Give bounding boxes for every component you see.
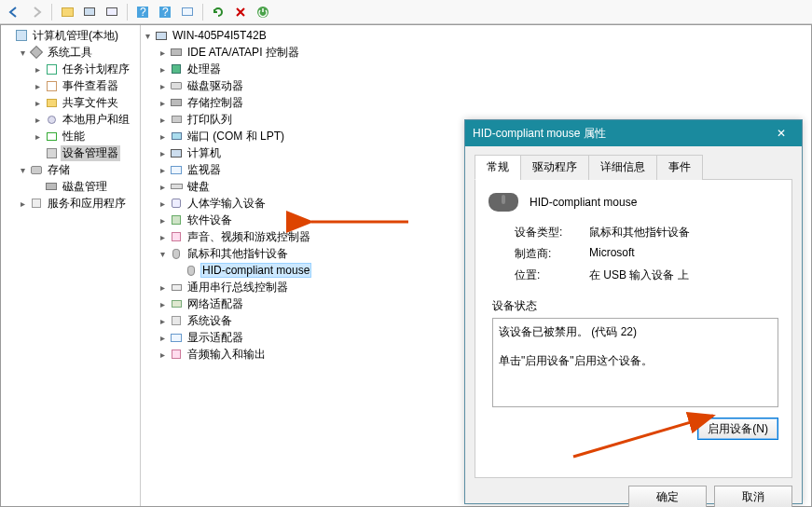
chevron-icon[interactable]: ▸: [158, 215, 167, 226]
tree-systools[interactable]: ▾系统工具: [18, 44, 138, 61]
chevron-icon[interactable]: ▾: [158, 249, 167, 259]
chevron-icon[interactable]: ▸: [158, 349, 167, 360]
device-type-icon: [170, 281, 183, 294]
dev-item[interactable]: ▸处理器: [158, 61, 809, 77]
dev-item[interactable]: ▸存储控制器: [158, 94, 809, 111]
chevron-icon[interactable]: ▸: [158, 316, 167, 326]
forward-button[interactable]: [26, 2, 47, 22]
device-type-icon: [170, 163, 183, 176]
dev-item-label: IDE ATA/ATAPI 控制器: [186, 45, 301, 61]
toolbar: ? ?: [0, 0, 812, 24]
chevron-icon[interactable]: ▸: [158, 64, 167, 75]
row-type-val: 鼠标和其他指针设备: [589, 225, 690, 240]
dev-item-label: 存储控制器: [186, 95, 245, 111]
chevron-icon[interactable]: ▸: [158, 199, 167, 209]
dialog-tabs: 常规 驱动程序 详细信息 事件: [475, 154, 792, 180]
dev-item-label: 声音、视频和游戏控制器: [186, 229, 312, 245]
mouse-icon: [489, 193, 518, 212]
device-type-icon: [170, 96, 183, 109]
ok-button[interactable]: 确定: [628, 486, 707, 507]
tree-device-manager[interactable]: 设备管理器: [33, 144, 138, 161]
device-type-icon: [170, 197, 183, 210]
delete-icon[interactable]: [230, 2, 251, 22]
close-icon[interactable]: ✕: [768, 124, 794, 143]
chevron-icon[interactable]: ▸: [158, 115, 167, 125]
status-text[interactable]: [492, 318, 778, 407]
device-type-icon: [170, 113, 183, 126]
properties-dialog: HID-compliant mouse 属性 ✕ 常规 驱动程序 详细信息 事件…: [464, 119, 803, 504]
chevron-icon[interactable]: ▸: [158, 48, 167, 58]
tree-shared-folders[interactable]: ▸共享文件夹: [33, 94, 138, 111]
chevron-icon[interactable]: ▸: [158, 98, 167, 108]
tab-general[interactable]: 常规: [475, 155, 521, 180]
refresh-icon[interactable]: [208, 2, 228, 22]
chevron-icon[interactable]: ▸: [158, 131, 167, 142]
help-icon[interactable]: ?: [132, 2, 153, 22]
chevron-icon[interactable]: ▸: [158, 165, 167, 175]
chevron-down-icon[interactable]: ▾: [143, 31, 152, 41]
open-icon[interactable]: [57, 2, 77, 22]
tree-storage[interactable]: ▾存储: [18, 161, 138, 178]
dev-item-label: 网络适配器: [186, 296, 245, 312]
tree-root[interactable]: 计算机管理(本地): [3, 27, 138, 44]
help2-icon[interactable]: ?: [155, 2, 175, 22]
props-icon[interactable]: [79, 2, 100, 22]
dev-item[interactable]: ▸IDE ATA/ATAPI 控制器: [158, 44, 809, 61]
chevron-right-icon[interactable]: ▸: [33, 64, 42, 75]
dev-item-label: 监视器: [186, 162, 223, 178]
tab-details[interactable]: 详细信息: [588, 155, 657, 180]
dev-item-label: 显示适配器: [186, 330, 245, 346]
device-type-icon: [170, 331, 183, 344]
tab-driver[interactable]: 驱动程序: [520, 155, 589, 180]
device-type-icon: [170, 62, 183, 75]
svg-text:?: ?: [162, 7, 169, 18]
chevron-right-icon[interactable]: ▸: [18, 199, 27, 209]
chevron-icon[interactable]: ▸: [158, 299, 167, 309]
chevron-icon[interactable]: ▸: [158, 232, 167, 242]
tree-root-label: 计算机管理(本地): [31, 28, 120, 44]
enable-icon[interactable]: [253, 2, 273, 22]
chevron-down-icon[interactable]: ▾: [18, 165, 27, 175]
chevron-icon[interactable]: ▸: [158, 148, 167, 158]
dev-item-label: 磁盘驱动器: [186, 78, 245, 94]
tree-local-users[interactable]: ▸本地用户和组: [33, 111, 138, 128]
row-type-key: 设备类型:: [515, 225, 589, 240]
chevron-right-icon[interactable]: ▸: [33, 131, 42, 142]
chevron-right-icon[interactable]: ▸: [33, 115, 42, 125]
tree-disk-mgmt[interactable]: 磁盘管理: [33, 178, 138, 195]
tree-services-apps[interactable]: ▸服务和应用程序: [18, 195, 138, 212]
device-type-icon: [170, 297, 183, 310]
dev-root[interactable]: ▾WIN-405P4I5T42B: [143, 27, 809, 44]
dev-item[interactable]: ▸磁盘驱动器: [158, 77, 809, 94]
chevron-down-icon[interactable]: ▾: [18, 48, 27, 58]
chevron-icon[interactable]: ▸: [158, 333, 167, 343]
tree-task-scheduler[interactable]: ▸任务计划程序: [33, 61, 138, 77]
status-label: 设备状态: [492, 298, 778, 314]
device-type-icon: [170, 130, 183, 143]
device-type-icon: [170, 46, 183, 59]
dev-child-label: HID-compliant mouse: [200, 263, 311, 278]
device-type-icon: [170, 180, 183, 193]
enable-device-button[interactable]: 启用设备(N): [697, 418, 778, 440]
device-type-icon: [170, 146, 183, 159]
dev-item-label: 系统设备: [186, 313, 234, 329]
console-icon[interactable]: [102, 2, 122, 22]
device-name: HID-compliant mouse: [530, 196, 637, 209]
chevron-right-icon[interactable]: ▸: [33, 81, 42, 91]
chevron-icon[interactable]: ▸: [158, 282, 167, 293]
row-vendor-key: 制造商:: [515, 246, 589, 262]
chevron-right-icon[interactable]: ▸: [33, 98, 42, 108]
cancel-button[interactable]: 取消: [714, 486, 792, 507]
back-button[interactable]: [4, 2, 24, 22]
monitor2-icon[interactable]: [177, 2, 198, 22]
dev-item-label: 处理器: [186, 62, 223, 77]
tree-event-viewer[interactable]: ▸事件查看器: [33, 77, 138, 94]
dialog-titlebar[interactable]: HID-compliant mouse 属性 ✕: [465, 120, 802, 146]
mgmt-tree[interactable]: 计算机管理(本地) ▾系统工具 ▸任务计划程序 ▸事件查看器 ▸共享文件夹 ▸本…: [1, 25, 141, 506]
chevron-icon[interactable]: ▸: [158, 81, 167, 91]
chevron-icon[interactable]: ▸: [158, 182, 167, 192]
tab-events[interactable]: 事件: [656, 155, 703, 180]
device-type-icon: [170, 247, 183, 260]
dev-item-label: 人体学输入设备: [186, 196, 268, 212]
tree-perf[interactable]: ▸性能: [33, 128, 138, 144]
